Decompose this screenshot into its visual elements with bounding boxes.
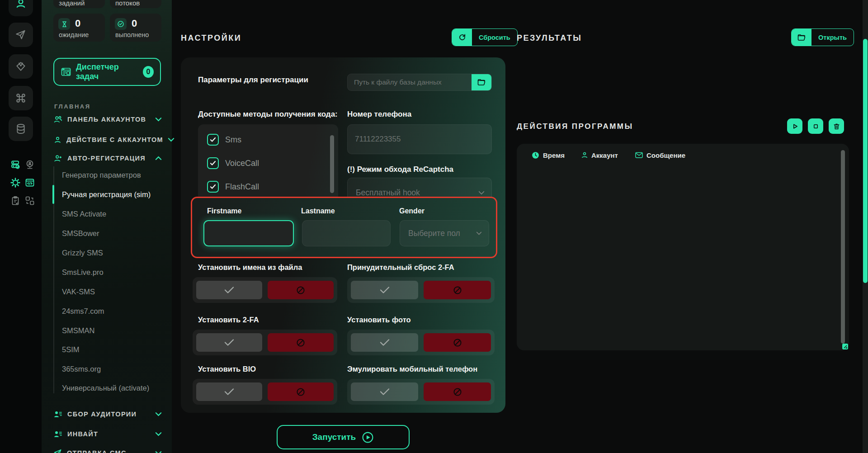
chevron-down-icon [476,231,482,235]
log-resize-handle[interactable] [842,344,848,349]
toggle-no-button[interactable] [268,382,334,401]
name-fields-highlight-group: Firstname Lastname Gender Выберите пол [191,197,497,258]
sidebar-item-accounts-panel[interactable]: ПАНЕЛЬ АККАУНТОВ [53,114,162,125]
sidebar-item-label: ПАНЕЛЬ АККАУНТОВ [67,116,146,123]
stat-card-tasks: заданий [53,0,105,8]
check-icon [379,388,390,396]
task-manager-badge: 0 [143,66,154,78]
reset-icon [452,29,472,46]
submenu-item-smslive[interactable]: SmsLive.pro [62,267,104,278]
rail-send-button[interactable] [9,23,33,47]
toggle-no-button[interactable] [424,281,491,299]
toggle-no-button[interactable] [424,382,491,401]
submenu-item-universal[interactable]: Универсальный (activate) [62,382,149,393]
browse-folder-button[interactable] [472,74,491,90]
gear-icon[interactable] [10,177,21,188]
lastname-label: Lastname [301,207,335,215]
submenu-item-sms-activate[interactable]: SMS Activate [62,208,106,219]
rail-profile-button[interactable] [9,0,33,16]
submenu-item-5sim[interactable]: 5SIM [62,344,80,355]
toggle-yes-button[interactable] [351,333,418,352]
log-play-button[interactable] [787,118,802,134]
sidebar: заданий потоков 0 ожидание 0 выполнено Д… [42,0,172,453]
webcam-icon[interactable] [24,159,35,170]
toggle-yes-button[interactable] [196,281,262,299]
submenu-item-vak-sms[interactable]: VAK-SMS [62,286,95,297]
server-check-icon[interactable] [10,159,21,170]
toggle-no-button[interactable] [424,333,491,352]
page-scrollbar-thumb[interactable] [863,39,868,283]
sidebar-item-send-sms[interactable]: ОТПРАВКА СМС [53,448,162,453]
chevron-down-icon [155,432,162,436]
swap-panels-icon[interactable] [24,195,35,206]
toggle-no-button[interactable] [268,281,334,299]
listbox-scrollbar[interactable] [330,135,334,193]
rail-premium-button[interactable] [9,54,33,79]
db-path-input[interactable] [348,74,491,90]
reset-button[interactable]: Сбросить [452,28,518,46]
log-scrollbar[interactable] [841,150,845,344]
submenu-item-365sms[interactable]: 365sms.org [62,363,101,374]
firstname-input[interactable] [204,221,293,245]
rail-commands-button[interactable] [9,86,33,110]
sidebar-item-label: АВТО-РЕГИСТРАЦИЯ [67,155,146,162]
toggle-yes-button[interactable] [196,333,262,352]
open-results-button[interactable]: Открыть [791,28,854,46]
sidebar-item-label: ОТПРАВКА СМС [67,449,127,453]
gender-dropdown[interactable]: Выберите пол [400,220,489,246]
phone-field [347,124,492,154]
phone-input[interactable] [348,125,491,154]
log-stop-button[interactable] [808,118,823,134]
toggle-emulate-mobile [347,379,495,405]
sidebar-item-audience[interactable]: СБОР АУДИТОРИИ [53,409,162,420]
check-icon [379,286,390,294]
column-header-message: Сообщение [646,151,685,159]
stat-value: 0 [75,18,80,29]
task-manager-button[interactable]: Диспетчер задач 0 [53,58,161,86]
method-option-voicecall[interactable]: VoiceCall [207,157,259,170]
stat-card-waiting: 0 ожидание [53,14,105,42]
database-icon [15,123,27,135]
run-button[interactable]: Запустить [277,425,410,449]
firstname-field [203,220,294,246]
checkbox-checked-icon[interactable] [207,157,219,169]
toggle-yes-button[interactable] [351,382,418,401]
method-option-flashcall[interactable]: FlashCall [207,180,259,193]
clipboard-check-icon[interactable] [10,195,21,206]
task-manager-icon [61,66,71,77]
rail-database-button[interactable] [9,117,33,141]
code-window-icon[interactable] [24,177,35,188]
submenu-item-manual-sim[interactable]: Ручная регистрация (sim) [62,189,151,200]
command-icon [15,92,27,104]
checkbox-checked-icon[interactable] [207,181,219,193]
toggle-label-set-bio: Установить BIO [198,365,256,373]
trash-icon [833,123,840,130]
people-icon [53,115,63,124]
stat-card-done: 0 выполнено [110,14,161,42]
submenu-item-24sms7[interactable]: 24sms7.com [62,306,104,316]
sidebar-item-auto-registration[interactable]: АВТО-РЕГИСТРАЦИЯ [53,153,162,164]
sidebar-item-account-action[interactable]: ДЕЙСТВИЕ С АККАУНТОМ [53,134,162,145]
method-option-sms[interactable]: Sms [207,133,241,146]
toggle-yes-button[interactable] [351,281,418,299]
page-scrollbar-track[interactable] [863,0,868,453]
checkbox-checked-icon[interactable] [207,134,219,146]
submenu-item-grizzly[interactable]: Grizzly SMS [62,247,103,258]
sidebar-item-invite[interactable]: ИНВАЙТ [53,429,162,439]
submenu-item-smsbower[interactable]: SMSBower [62,228,99,239]
log-clear-button[interactable] [829,118,844,134]
program-actions-title: ДЕЙСТВИЯ ПРОГРАММЫ [517,122,633,131]
task-manager-label: Диспетчер задач [76,62,138,81]
lastname-field [302,220,391,246]
column-header-account: Аккаунт [591,151,618,159]
lastname-input[interactable] [302,221,390,246]
submenu-item-smsman[interactable]: SMSMAN [62,325,94,336]
stat-value: 0 [132,18,137,29]
toggle-label-set-photo: Установить фото [347,316,411,324]
toggle-yes-button[interactable] [196,382,262,401]
person-icon [53,136,62,144]
toggle-set-bio [193,379,337,405]
envelope-icon [635,151,643,160]
submenu-item-generator[interactable]: Генератор параметров [62,170,141,180]
toggle-no-button[interactable] [268,333,334,352]
